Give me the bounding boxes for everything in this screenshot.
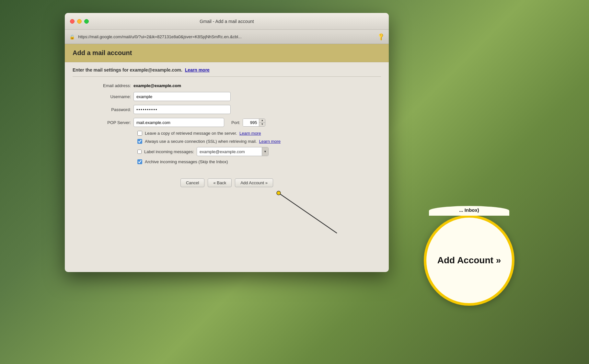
ssl-label: Always use a secure connection (SSL) whe… bbox=[145, 139, 281, 144]
pop-server-port-group: Port: ▲ ▼ bbox=[133, 118, 265, 127]
magnify-circle: Add Account » bbox=[424, 215, 514, 306]
password-label: Password: bbox=[86, 107, 131, 112]
pop-server-label: POP Server: bbox=[86, 120, 131, 125]
archive-label: Archive incoming messages (Skip the Inbo… bbox=[145, 159, 228, 164]
back-button[interactable]: « Back bbox=[208, 178, 232, 187]
key-icon: 🔑 bbox=[376, 32, 386, 41]
leave-copy-checkbox[interactable] bbox=[137, 131, 142, 136]
leave-copy-learn-more[interactable]: Learn more bbox=[239, 131, 261, 136]
url-text[interactable]: https://mail.google.com/mail/u/0/?ui=2&i… bbox=[78, 34, 375, 39]
port-arrows: ▲ ▼ bbox=[259, 119, 265, 126]
label-incoming-label: Label incoming messages: bbox=[144, 149, 194, 154]
add-account-button[interactable]: Add Account » bbox=[235, 178, 273, 187]
traffic-lights bbox=[70, 19, 89, 24]
window-title: Gmail - Add a mail account bbox=[200, 19, 254, 24]
pop-server-input[interactable] bbox=[133, 118, 224, 127]
label-select-wrapper[interactable]: example@example.com ▼ bbox=[197, 147, 269, 156]
cancel-button[interactable]: Cancel bbox=[180, 178, 204, 187]
leave-copy-label: Leave a copy of retrieved message on the… bbox=[145, 131, 261, 136]
page-header: Add a mail account bbox=[65, 44, 389, 62]
archive-checkbox[interactable] bbox=[137, 159, 142, 164]
leave-copy-row: Leave a copy of retrieved message on the… bbox=[137, 131, 368, 136]
page-title: Add a mail account bbox=[73, 49, 381, 57]
email-label: Email address: bbox=[86, 83, 131, 88]
subtitle-row: Enter the mail settings for example@exam… bbox=[73, 62, 381, 77]
page-body: Enter the mail settings for example@exam… bbox=[65, 62, 389, 195]
minimize-button[interactable] bbox=[77, 19, 82, 24]
truncated-archive-text: ... Inbox) bbox=[429, 206, 509, 216]
email-row: Email address: example@example.com bbox=[86, 83, 368, 88]
title-bar: Gmail - Add a mail account bbox=[65, 13, 389, 30]
username-input[interactable] bbox=[133, 92, 231, 101]
username-row: Username: bbox=[86, 92, 368, 101]
lock-icon: 🔒 bbox=[69, 34, 75, 40]
ssl-checkbox[interactable] bbox=[137, 139, 142, 144]
password-row: Password: bbox=[86, 105, 368, 114]
ssl-row: Always use a secure connection (SSL) whe… bbox=[137, 139, 368, 144]
subtitle-learn-more-link[interactable]: Learn more bbox=[185, 67, 210, 73]
magnify-container: ... Inbox) Add Account » bbox=[424, 215, 514, 306]
archive-row: Archive incoming messages (Skip the Inbo… bbox=[137, 159, 368, 164]
ssl-learn-more[interactable]: Learn more bbox=[259, 139, 281, 144]
label-select-arrow[interactable]: ▼ bbox=[262, 147, 268, 156]
form-section: Email address: example@example.com Usern… bbox=[73, 83, 381, 187]
subtitle-text: Enter the mail settings for example@exam… bbox=[73, 67, 210, 73]
buttons-row: Cancel « Back Add Account » bbox=[86, 173, 368, 187]
magnify-add-account-text: Add Account » bbox=[437, 255, 501, 266]
email-value: example@example.com bbox=[133, 83, 181, 88]
port-stepper[interactable]: ▲ ▼ bbox=[243, 119, 265, 127]
password-input[interactable] bbox=[133, 105, 231, 114]
address-bar: 🔒 https://mail.google.com/mail/u/0/?ui=2… bbox=[65, 30, 389, 44]
page-content: Add a mail account Enter the mail settin… bbox=[65, 44, 389, 195]
port-down-arrow[interactable]: ▼ bbox=[259, 123, 265, 126]
label-incoming-row: Label incoming messages: example@example… bbox=[137, 147, 368, 156]
maximize-button[interactable] bbox=[84, 19, 89, 24]
port-label: Port: bbox=[231, 120, 240, 125]
port-up-arrow[interactable]: ▲ bbox=[259, 119, 265, 123]
pop-server-row: POP Server: Port: ▲ ▼ bbox=[86, 118, 368, 127]
close-button[interactable] bbox=[70, 19, 75, 24]
browser-window: Gmail - Add a mail account 🔒 https://mai… bbox=[65, 13, 389, 272]
label-incoming-checkbox[interactable] bbox=[137, 150, 142, 154]
username-label: Username: bbox=[86, 94, 131, 99]
label-select-text: example@example.com bbox=[197, 148, 262, 155]
port-input[interactable] bbox=[243, 119, 259, 126]
